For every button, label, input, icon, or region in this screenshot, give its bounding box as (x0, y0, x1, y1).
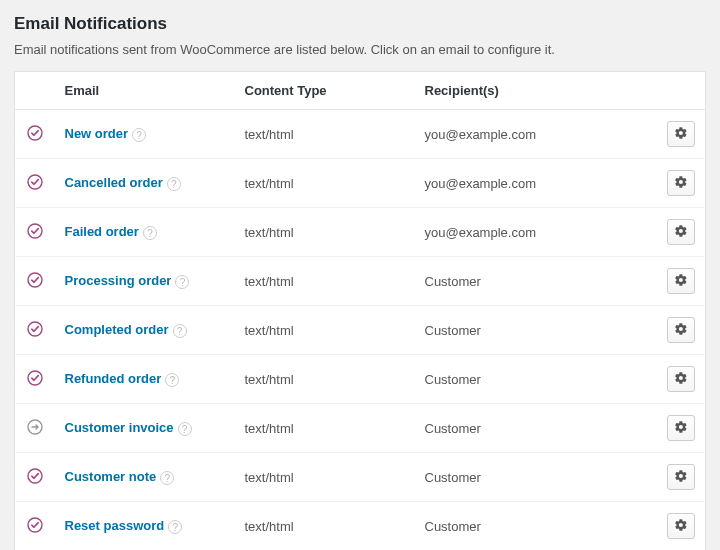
content-type-cell: text/html (235, 502, 415, 551)
help-icon[interactable]: ? (168, 520, 182, 534)
col-actions-header (657, 72, 706, 110)
content-type-cell: text/html (235, 404, 415, 453)
recipients-cell: Customer (415, 502, 658, 551)
content-type-cell: text/html (235, 257, 415, 306)
help-icon[interactable]: ? (132, 128, 146, 142)
email-notifications-table: Email Content Type Recipient(s) New orde… (14, 71, 706, 550)
table-row: New order?text/htmlyou@example.com (15, 110, 706, 159)
recipients-cell: Customer (415, 404, 658, 453)
status-enabled-icon (27, 468, 43, 484)
table-row: Failed order?text/htmlyou@example.com (15, 208, 706, 257)
status-enabled-icon (27, 174, 43, 190)
status-enabled-icon (27, 370, 43, 386)
email-link[interactable]: Processing order (65, 273, 172, 288)
gear-icon (674, 126, 688, 143)
status-manual-icon (27, 419, 43, 435)
email-link[interactable]: Completed order (65, 322, 169, 337)
status-enabled-icon (27, 321, 43, 337)
table-row: Completed order?text/htmlCustomer (15, 306, 706, 355)
help-icon[interactable]: ? (173, 324, 187, 338)
col-content-type-header: Content Type (235, 72, 415, 110)
content-type-cell: text/html (235, 208, 415, 257)
help-icon[interactable]: ? (178, 422, 192, 436)
content-type-cell: text/html (235, 159, 415, 208)
help-icon[interactable]: ? (165, 373, 179, 387)
email-link[interactable]: New order (65, 126, 129, 141)
recipients-cell: Customer (415, 355, 658, 404)
col-recipients-header: Recipient(s) (415, 72, 658, 110)
recipients-cell: you@example.com (415, 110, 658, 159)
gear-icon (674, 469, 688, 486)
content-type-cell: text/html (235, 453, 415, 502)
help-icon[interactable]: ? (160, 471, 174, 485)
configure-button[interactable] (667, 219, 695, 245)
help-icon[interactable]: ? (175, 275, 189, 289)
configure-button[interactable] (667, 170, 695, 196)
gear-icon (674, 273, 688, 290)
status-enabled-icon (27, 125, 43, 141)
recipients-cell: Customer (415, 257, 658, 306)
content-type-cell: text/html (235, 110, 415, 159)
gear-icon (674, 322, 688, 339)
table-row: Processing order?text/htmlCustomer (15, 257, 706, 306)
table-row: Reset password?text/htmlCustomer (15, 502, 706, 551)
help-icon[interactable]: ? (167, 177, 181, 191)
configure-button[interactable] (667, 464, 695, 490)
email-link[interactable]: Refunded order (65, 371, 162, 386)
recipients-cell: you@example.com (415, 208, 658, 257)
table-row: Customer invoice?text/htmlCustomer (15, 404, 706, 453)
content-type-cell: text/html (235, 355, 415, 404)
email-link[interactable]: Failed order (65, 224, 139, 239)
page-title: Email Notifications (14, 14, 706, 34)
status-enabled-icon (27, 223, 43, 239)
recipients-cell: you@example.com (415, 159, 658, 208)
email-link[interactable]: Reset password (65, 518, 165, 533)
recipients-cell: Customer (415, 306, 658, 355)
email-link[interactable]: Cancelled order (65, 175, 163, 190)
table-row: Cancelled order?text/htmlyou@example.com (15, 159, 706, 208)
gear-icon (674, 175, 688, 192)
col-status-header (15, 72, 55, 110)
configure-button[interactable] (667, 415, 695, 441)
gear-icon (674, 518, 688, 535)
configure-button[interactable] (667, 513, 695, 539)
table-row: Customer note?text/htmlCustomer (15, 453, 706, 502)
gear-icon (674, 224, 688, 241)
email-link[interactable]: Customer note (65, 469, 157, 484)
recipients-cell: Customer (415, 453, 658, 502)
configure-button[interactable] (667, 121, 695, 147)
table-row: Refunded order?text/htmlCustomer (15, 355, 706, 404)
help-icon[interactable]: ? (143, 226, 157, 240)
status-enabled-icon (27, 517, 43, 533)
gear-icon (674, 371, 688, 388)
page-description: Email notifications sent from WooCommerc… (14, 42, 706, 57)
content-type-cell: text/html (235, 306, 415, 355)
col-email-header: Email (55, 72, 235, 110)
configure-button[interactable] (667, 268, 695, 294)
status-enabled-icon (27, 272, 43, 288)
gear-icon (674, 420, 688, 437)
configure-button[interactable] (667, 366, 695, 392)
email-link[interactable]: Customer invoice (65, 420, 174, 435)
configure-button[interactable] (667, 317, 695, 343)
